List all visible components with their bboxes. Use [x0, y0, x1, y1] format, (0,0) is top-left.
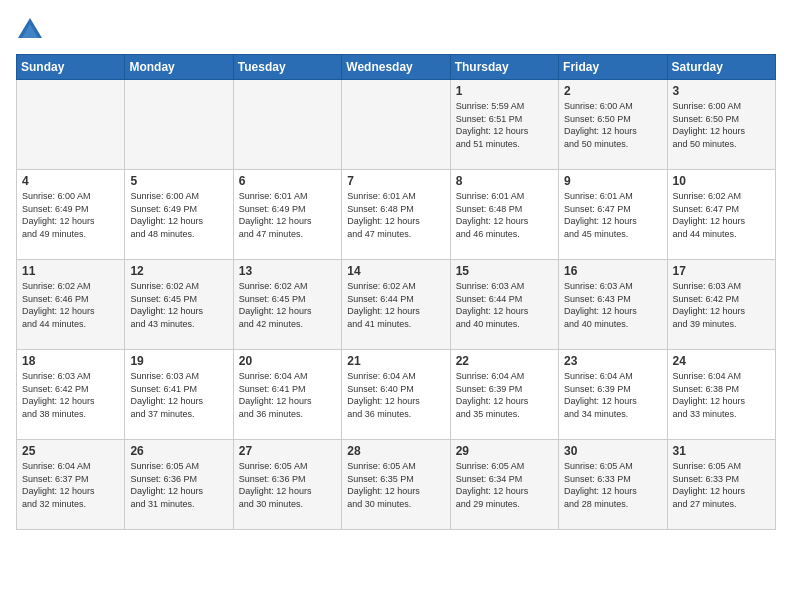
day-number: 31	[673, 444, 770, 458]
calendar-week-row: 1Sunrise: 5:59 AM Sunset: 6:51 PM Daylig…	[17, 80, 776, 170]
day-number: 7	[347, 174, 444, 188]
day-info: Sunrise: 6:04 AM Sunset: 6:39 PM Dayligh…	[564, 370, 661, 420]
calendar-week-row: 25Sunrise: 6:04 AM Sunset: 6:37 PM Dayli…	[17, 440, 776, 530]
day-info: Sunrise: 6:04 AM Sunset: 6:37 PM Dayligh…	[22, 460, 119, 510]
day-number: 4	[22, 174, 119, 188]
calendar-day-cell: 3Sunrise: 6:00 AM Sunset: 6:50 PM Daylig…	[667, 80, 775, 170]
day-info: Sunrise: 6:01 AM Sunset: 6:47 PM Dayligh…	[564, 190, 661, 240]
day-info: Sunrise: 5:59 AM Sunset: 6:51 PM Dayligh…	[456, 100, 553, 150]
day-info: Sunrise: 6:01 AM Sunset: 6:49 PM Dayligh…	[239, 190, 336, 240]
calendar-day-cell: 28Sunrise: 6:05 AM Sunset: 6:35 PM Dayli…	[342, 440, 450, 530]
weekday-header: Saturday	[667, 55, 775, 80]
calendar-week-row: 11Sunrise: 6:02 AM Sunset: 6:46 PM Dayli…	[17, 260, 776, 350]
day-number: 9	[564, 174, 661, 188]
calendar-day-cell: 5Sunrise: 6:00 AM Sunset: 6:49 PM Daylig…	[125, 170, 233, 260]
calendar-day-cell	[125, 80, 233, 170]
day-number: 26	[130, 444, 227, 458]
calendar-day-cell: 23Sunrise: 6:04 AM Sunset: 6:39 PM Dayli…	[559, 350, 667, 440]
day-number: 15	[456, 264, 553, 278]
day-number: 23	[564, 354, 661, 368]
calendar-day-cell: 10Sunrise: 6:02 AM Sunset: 6:47 PM Dayli…	[667, 170, 775, 260]
day-info: Sunrise: 6:03 AM Sunset: 6:43 PM Dayligh…	[564, 280, 661, 330]
day-number: 25	[22, 444, 119, 458]
calendar-day-cell: 24Sunrise: 6:04 AM Sunset: 6:38 PM Dayli…	[667, 350, 775, 440]
calendar-week-row: 18Sunrise: 6:03 AM Sunset: 6:42 PM Dayli…	[17, 350, 776, 440]
calendar-day-cell: 15Sunrise: 6:03 AM Sunset: 6:44 PM Dayli…	[450, 260, 558, 350]
calendar-day-cell: 13Sunrise: 6:02 AM Sunset: 6:45 PM Dayli…	[233, 260, 341, 350]
calendar-day-cell: 6Sunrise: 6:01 AM Sunset: 6:49 PM Daylig…	[233, 170, 341, 260]
day-number: 29	[456, 444, 553, 458]
calendar-day-cell: 30Sunrise: 6:05 AM Sunset: 6:33 PM Dayli…	[559, 440, 667, 530]
day-info: Sunrise: 6:00 AM Sunset: 6:50 PM Dayligh…	[673, 100, 770, 150]
calendar-day-cell: 7Sunrise: 6:01 AM Sunset: 6:48 PM Daylig…	[342, 170, 450, 260]
logo-icon	[16, 16, 44, 44]
day-info: Sunrise: 6:00 AM Sunset: 6:49 PM Dayligh…	[22, 190, 119, 240]
calendar-day-cell: 17Sunrise: 6:03 AM Sunset: 6:42 PM Dayli…	[667, 260, 775, 350]
calendar-day-cell: 31Sunrise: 6:05 AM Sunset: 6:33 PM Dayli…	[667, 440, 775, 530]
day-info: Sunrise: 6:03 AM Sunset: 6:42 PM Dayligh…	[673, 280, 770, 330]
calendar-day-cell	[342, 80, 450, 170]
calendar-day-cell	[233, 80, 341, 170]
calendar-day-cell: 25Sunrise: 6:04 AM Sunset: 6:37 PM Dayli…	[17, 440, 125, 530]
calendar-day-cell: 26Sunrise: 6:05 AM Sunset: 6:36 PM Dayli…	[125, 440, 233, 530]
day-info: Sunrise: 6:05 AM Sunset: 6:33 PM Dayligh…	[564, 460, 661, 510]
day-info: Sunrise: 6:00 AM Sunset: 6:49 PM Dayligh…	[130, 190, 227, 240]
weekday-header: Sunday	[17, 55, 125, 80]
calendar-day-cell: 9Sunrise: 6:01 AM Sunset: 6:47 PM Daylig…	[559, 170, 667, 260]
day-info: Sunrise: 6:05 AM Sunset: 6:36 PM Dayligh…	[239, 460, 336, 510]
calendar-day-cell: 2Sunrise: 6:00 AM Sunset: 6:50 PM Daylig…	[559, 80, 667, 170]
day-info: Sunrise: 6:03 AM Sunset: 6:42 PM Dayligh…	[22, 370, 119, 420]
day-number: 1	[456, 84, 553, 98]
calendar-day-cell: 8Sunrise: 6:01 AM Sunset: 6:48 PM Daylig…	[450, 170, 558, 260]
calendar-day-cell: 20Sunrise: 6:04 AM Sunset: 6:41 PM Dayli…	[233, 350, 341, 440]
day-info: Sunrise: 6:03 AM Sunset: 6:41 PM Dayligh…	[130, 370, 227, 420]
calendar-day-cell: 16Sunrise: 6:03 AM Sunset: 6:43 PM Dayli…	[559, 260, 667, 350]
day-number: 3	[673, 84, 770, 98]
day-info: Sunrise: 6:05 AM Sunset: 6:34 PM Dayligh…	[456, 460, 553, 510]
day-number: 19	[130, 354, 227, 368]
day-info: Sunrise: 6:01 AM Sunset: 6:48 PM Dayligh…	[347, 190, 444, 240]
day-number: 21	[347, 354, 444, 368]
day-number: 30	[564, 444, 661, 458]
calendar-day-cell: 12Sunrise: 6:02 AM Sunset: 6:45 PM Dayli…	[125, 260, 233, 350]
day-number: 16	[564, 264, 661, 278]
day-info: Sunrise: 6:04 AM Sunset: 6:40 PM Dayligh…	[347, 370, 444, 420]
weekday-header: Monday	[125, 55, 233, 80]
page-header	[16, 16, 776, 44]
day-number: 11	[22, 264, 119, 278]
weekday-header: Wednesday	[342, 55, 450, 80]
calendar-week-row: 4Sunrise: 6:00 AM Sunset: 6:49 PM Daylig…	[17, 170, 776, 260]
calendar-day-cell	[17, 80, 125, 170]
day-info: Sunrise: 6:01 AM Sunset: 6:48 PM Dayligh…	[456, 190, 553, 240]
day-number: 8	[456, 174, 553, 188]
day-info: Sunrise: 6:03 AM Sunset: 6:44 PM Dayligh…	[456, 280, 553, 330]
day-info: Sunrise: 6:00 AM Sunset: 6:50 PM Dayligh…	[564, 100, 661, 150]
day-info: Sunrise: 6:02 AM Sunset: 6:46 PM Dayligh…	[22, 280, 119, 330]
calendar-header: SundayMondayTuesdayWednesdayThursdayFrid…	[17, 55, 776, 80]
calendar-body: 1Sunrise: 5:59 AM Sunset: 6:51 PM Daylig…	[17, 80, 776, 530]
day-info: Sunrise: 6:04 AM Sunset: 6:39 PM Dayligh…	[456, 370, 553, 420]
weekday-header: Tuesday	[233, 55, 341, 80]
calendar-day-cell: 1Sunrise: 5:59 AM Sunset: 6:51 PM Daylig…	[450, 80, 558, 170]
day-number: 28	[347, 444, 444, 458]
day-info: Sunrise: 6:02 AM Sunset: 6:47 PM Dayligh…	[673, 190, 770, 240]
day-number: 2	[564, 84, 661, 98]
day-number: 14	[347, 264, 444, 278]
weekday-header: Thursday	[450, 55, 558, 80]
day-number: 12	[130, 264, 227, 278]
calendar-table: SundayMondayTuesdayWednesdayThursdayFrid…	[16, 54, 776, 530]
day-info: Sunrise: 6:02 AM Sunset: 6:45 PM Dayligh…	[239, 280, 336, 330]
weekday-header: Friday	[559, 55, 667, 80]
day-number: 20	[239, 354, 336, 368]
day-info: Sunrise: 6:02 AM Sunset: 6:44 PM Dayligh…	[347, 280, 444, 330]
day-info: Sunrise: 6:05 AM Sunset: 6:33 PM Dayligh…	[673, 460, 770, 510]
calendar-day-cell: 27Sunrise: 6:05 AM Sunset: 6:36 PM Dayli…	[233, 440, 341, 530]
calendar-day-cell: 11Sunrise: 6:02 AM Sunset: 6:46 PM Dayli…	[17, 260, 125, 350]
day-number: 10	[673, 174, 770, 188]
calendar-day-cell: 29Sunrise: 6:05 AM Sunset: 6:34 PM Dayli…	[450, 440, 558, 530]
day-info: Sunrise: 6:04 AM Sunset: 6:38 PM Dayligh…	[673, 370, 770, 420]
logo	[16, 16, 48, 44]
day-number: 6	[239, 174, 336, 188]
day-number: 5	[130, 174, 227, 188]
day-number: 24	[673, 354, 770, 368]
